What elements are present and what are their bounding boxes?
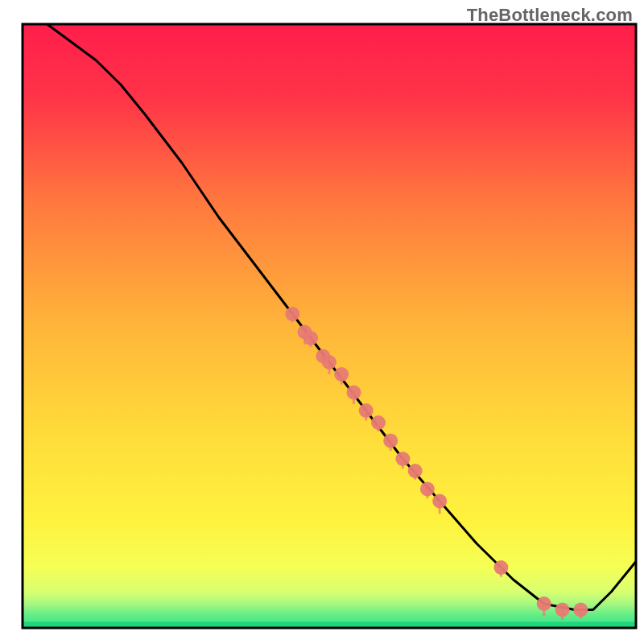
data-point-drip	[291, 314, 294, 322]
data-point-drip	[580, 610, 582, 619]
data-point-drip	[500, 568, 502, 577]
data-point-drip	[328, 362, 331, 374]
data-point-drip	[341, 374, 343, 385]
data-point-drip	[561, 610, 564, 621]
plot-area	[23, 24, 636, 628]
chart-frame: TheBottleneck.com	[0, 0, 644, 644]
plot-background	[23, 24, 636, 628]
watermark-text: TheBottleneck.com	[467, 5, 633, 26]
data-point-drip	[543, 604, 545, 617]
data-point-drip	[353, 393, 355, 404]
data-point-drip	[439, 502, 441, 514]
data-point-drip	[390, 441, 392, 451]
data-point-drip	[378, 423, 380, 431]
chart-svg	[0, 0, 644, 644]
data-point-drip	[310, 338, 312, 347]
data-point-drip	[402, 459, 404, 469]
data-point-drip	[365, 411, 367, 420]
data-point-drip	[414, 471, 416, 480]
data-point-drip	[426, 489, 428, 498]
